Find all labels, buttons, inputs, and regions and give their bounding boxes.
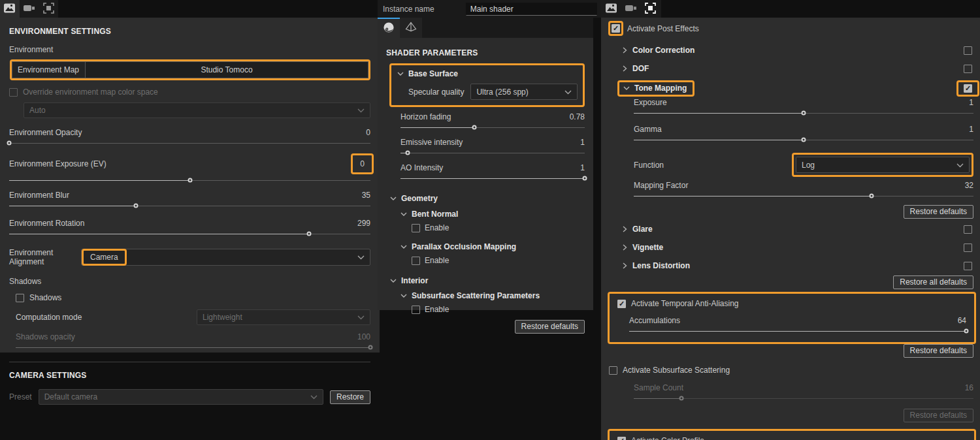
slider-thumb[interactable] <box>368 345 373 350</box>
glare-row[interactable]: Glare <box>621 225 973 234</box>
slider-thumb[interactable] <box>964 329 969 334</box>
environment-opacity-slider[interactable] <box>9 139 370 148</box>
camera-preset-dropdown[interactable]: Default camera <box>39 389 323 405</box>
slider-thumb[interactable] <box>7 141 12 146</box>
override-color-space-checkbox[interactable] <box>9 88 18 97</box>
sss-params-header[interactable]: Subsurface Scattering Parameters <box>400 291 585 300</box>
tm-mapping-factor-row: Mapping Factor 32 <box>634 181 973 200</box>
activate-color-profile-checkbox[interactable]: ✓ <box>617 437 626 440</box>
camera-preset-value: Default camera <box>44 392 97 401</box>
shadows-group-label: Shadows <box>9 277 370 286</box>
slider-thumb[interactable] <box>802 138 806 142</box>
parallax-header[interactable]: Parallax Occlusion Mapping <box>400 242 585 251</box>
check-icon: ✓ <box>965 85 971 92</box>
highlight-function-dropdown: Log <box>792 153 973 177</box>
vignette-row[interactable]: Vignette <box>621 243 973 252</box>
tm-function-dropdown[interactable]: Log <box>796 157 970 173</box>
tm-mapping-factor-value: 32 <box>965 181 973 190</box>
tab-environment-right[interactable] <box>601 0 621 18</box>
slider-thumb[interactable] <box>472 125 476 130</box>
restore-all-defaults-button[interactable]: Restore all defaults <box>893 275 973 289</box>
lens-distortion-row[interactable]: Lens Distortion <box>621 261 973 270</box>
base-surface-header[interactable]: Base Surface <box>397 69 578 78</box>
tab-geometry-prism[interactable] <box>400 18 422 38</box>
camera-settings-title: CAMERA SETTINGS <box>9 371 370 380</box>
computation-mode-value: Lightweight <box>203 313 242 322</box>
override-color-space-label: Override environment map color space <box>23 87 158 97</box>
taa-restore-defaults-button[interactable]: Restore defaults <box>904 344 973 358</box>
lens-distortion-checkbox[interactable] <box>964 262 972 270</box>
instance-name-row: Instance name Main shader <box>378 0 601 18</box>
environment-exposure-row: Environment Exposure (EV) 0 <box>9 153 370 185</box>
environment-map-field[interactable]: Environment Map Studio Tomoco <box>12 61 368 78</box>
shadows-opacity-slider[interactable] <box>16 343 370 352</box>
parallax-enable-checkbox[interactable] <box>412 257 420 265</box>
dof-checkbox[interactable] <box>964 65 972 73</box>
environment-alignment-dropdown[interactable]: Camera <box>81 249 370 266</box>
glare-checkbox[interactable] <box>964 225 972 234</box>
environment-map-label[interactable]: Environment Map <box>12 62 86 78</box>
slider-thumb[interactable] <box>406 151 410 155</box>
shadows-checkbox[interactable] <box>16 294 24 302</box>
environment-blur-slider[interactable] <box>9 202 370 210</box>
shader-restore-defaults-button[interactable]: Restore defaults <box>515 320 585 334</box>
vignette-checkbox[interactable] <box>964 244 972 252</box>
dof-row[interactable]: DOF <box>621 64 973 73</box>
camera-restore-button[interactable]: Restore <box>330 390 370 404</box>
frame-icon <box>43 3 54 16</box>
emissive-intensity-row: Emissive intensity 1 <box>400 138 585 157</box>
geometry-section-header[interactable]: Geometry <box>389 194 585 203</box>
tab-camera-right[interactable] <box>621 0 640 18</box>
slider-thumb[interactable] <box>870 194 874 198</box>
slider-thumb[interactable] <box>133 204 138 208</box>
check-icon: ✓ <box>619 437 625 440</box>
tm-gamma-slider[interactable] <box>634 136 973 144</box>
camera-preset-row: Preset Default camera Restore <box>9 389 370 405</box>
sss-restore-defaults-button[interactable]: Restore defaults <box>904 409 973 422</box>
bent-normal-header[interactable]: Bent Normal <box>400 210 585 219</box>
tab-material-ball[interactable] <box>378 18 400 38</box>
chevron-down-icon <box>397 72 404 76</box>
environment-rotation-slider[interactable] <box>9 230 370 238</box>
ao-intensity-slider[interactable] <box>400 174 585 183</box>
horizon-fading-slider[interactable] <box>400 123 585 132</box>
environment-exposure-slider[interactable] <box>9 176 370 185</box>
tab-frame[interactable] <box>39 0 58 18</box>
activate-post-effects-checkbox[interactable]: ✓ <box>612 24 620 33</box>
tone-mapping-checkbox[interactable]: ✓ <box>964 84 972 93</box>
slider-thumb[interactable] <box>188 178 192 183</box>
environment-blur-label: Environment Blur <box>9 191 69 200</box>
tab-environment[interactable] <box>0 0 20 18</box>
bent-normal-enable-checkbox[interactable] <box>412 224 420 232</box>
slider-thumb[interactable] <box>679 396 683 401</box>
emissive-intensity-slider[interactable] <box>400 149 585 157</box>
slider-thumb[interactable] <box>802 111 806 116</box>
chevron-down-icon <box>310 392 318 401</box>
specular-quality-dropdown[interactable]: Ultra (256 spp) <box>470 84 578 100</box>
sample-count-slider[interactable] <box>634 394 973 403</box>
tab-camera[interactable] <box>20 0 39 18</box>
shadows-opacity-value: 100 <box>357 332 370 341</box>
color-correction-row[interactable]: Color Correction <box>621 46 973 55</box>
color-space-dropdown[interactable]: Auto <box>24 102 370 118</box>
tone-mapping-row[interactable]: Tone Mapping ✓ <box>617 80 973 97</box>
slider-thumb[interactable] <box>583 176 587 181</box>
instance-name-input[interactable]: Main shader <box>466 3 597 16</box>
interior-section-header[interactable]: Interior <box>389 276 585 285</box>
tm-restore-defaults-button[interactable]: Restore defaults <box>904 205 973 219</box>
color-correction-checkbox[interactable] <box>964 46 972 55</box>
shadows-row: Shadows <box>16 293 370 302</box>
shadows-opacity-row: Shadows opacity 100 <box>16 332 370 352</box>
check-icon: ✓ <box>619 300 625 307</box>
computation-mode-dropdown[interactable]: Lightweight <box>197 309 370 325</box>
environment-map-value[interactable]: Studio Tomoco <box>86 62 368 78</box>
shader-parameters-title: SHADER PARAMETERS <box>386 48 585 57</box>
activate-sss-checkbox[interactable] <box>609 366 617 375</box>
accumulations-slider[interactable] <box>629 327 966 336</box>
tm-exposure-slider[interactable] <box>634 109 973 118</box>
tab-post-effects[interactable] <box>640 0 660 18</box>
tm-mapping-factor-slider[interactable] <box>634 192 973 200</box>
activate-taa-checkbox[interactable]: ✓ <box>617 300 626 308</box>
slider-thumb[interactable] <box>306 232 311 236</box>
sss-enable-checkbox[interactable] <box>412 306 420 314</box>
